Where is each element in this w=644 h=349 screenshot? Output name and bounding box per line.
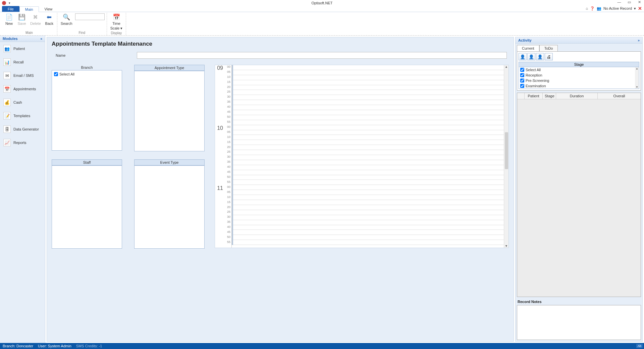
timescale-button[interactable]: Time Scale ▾ xyxy=(109,13,124,31)
status-bar: Branch: Doncaster User: System Admin SMS… xyxy=(0,343,644,349)
close-record-icon[interactable]: ✕ xyxy=(638,6,642,11)
col-stage[interactable]: Stage xyxy=(543,93,556,99)
search-label: Search xyxy=(61,21,72,26)
title-bar: ▾ Optisoft.NET — ▭ ✕ xyxy=(0,0,644,6)
scroll-up-icon[interactable]: ▲ xyxy=(504,65,508,68)
tab-main[interactable]: Main xyxy=(19,6,39,12)
stage-scrollbar[interactable]: ▲ ▼ xyxy=(635,67,639,89)
tab-row: File Main View No Active Record ▾ ✕ xyxy=(0,6,644,12)
home-icon[interactable] xyxy=(586,6,588,10)
module-appointments[interactable]: Appointments xyxy=(0,82,45,96)
checkbox[interactable] xyxy=(54,72,58,76)
activity-toolbar: Stage Select All Reception Pre-Screening… xyxy=(517,51,641,91)
col-overall[interactable]: Overall xyxy=(598,93,641,99)
add-person-button[interactable] xyxy=(519,53,527,60)
search-input[interactable] xyxy=(75,13,105,20)
activity-header: Activity » xyxy=(516,37,642,44)
ribbon-group-display: Time Scale ▾ Display xyxy=(107,13,126,35)
timescale-label-1: Time xyxy=(112,21,120,26)
ribbon: New Save Delete Back Main Search Find Ti… xyxy=(0,12,644,36)
add-person-2-button[interactable] xyxy=(527,53,535,60)
new-button[interactable]: New xyxy=(3,13,15,26)
close-button[interactable]: ✕ xyxy=(636,0,643,4)
module-label: Reports xyxy=(13,141,26,145)
maximize-button[interactable]: ▭ xyxy=(626,0,633,4)
event-type-list[interactable] xyxy=(134,165,205,249)
stage-pre-screening[interactable]: Pre-Screening xyxy=(519,78,639,83)
modules-header-label: Modules xyxy=(3,37,18,41)
record-notes-input[interactable] xyxy=(517,305,641,340)
dropdown-icon[interactable]: ▾ xyxy=(634,6,636,11)
module-reports[interactable]: Reports xyxy=(0,136,45,149)
module-label: Templates xyxy=(13,114,30,118)
stage-select-all[interactable]: Select All xyxy=(519,67,639,72)
modules-sidebar: Modules « Patient Recall Email / SMS App… xyxy=(0,36,45,343)
staff-list[interactable] xyxy=(52,165,122,249)
search-button[interactable]: Search xyxy=(59,13,74,26)
module-templates[interactable]: Templates xyxy=(0,109,45,122)
status-branch: Branch: Doncaster xyxy=(3,344,33,348)
activity-grid-body[interactable] xyxy=(517,99,641,297)
stage-examination[interactable]: Examination xyxy=(519,83,639,89)
stage-reception[interactable]: Reception xyxy=(519,72,639,78)
module-recall[interactable]: Recall xyxy=(0,55,45,69)
tab-file[interactable]: File xyxy=(2,6,19,12)
appt-type-list[interactable] xyxy=(134,71,205,151)
col-expand[interactable] xyxy=(517,93,525,99)
scroll-down-icon[interactable]: ▼ xyxy=(504,244,508,248)
tab-todo[interactable]: ToDo xyxy=(539,45,558,51)
patient-icon xyxy=(3,45,11,52)
group-icon[interactable] xyxy=(597,6,601,11)
stage-box: Stage Select All Reception Pre-Screening… xyxy=(519,62,639,89)
save-button[interactable]: Save xyxy=(16,13,28,26)
back-label: Back xyxy=(45,21,53,26)
delete-button[interactable]: Delete xyxy=(29,13,42,26)
module-cash[interactable]: Cash xyxy=(0,96,45,109)
col-patient[interactable]: Patient xyxy=(525,93,543,99)
vertical-scrollbar[interactable]: ▲ ▼ xyxy=(504,65,508,248)
checkbox[interactable] xyxy=(520,84,524,88)
tab-current[interactable]: Current xyxy=(517,45,539,51)
time-body[interactable] xyxy=(232,65,504,248)
module-label: Cash xyxy=(13,100,22,104)
checkbox[interactable] xyxy=(520,68,524,72)
branch-select-all[interactable]: Select All xyxy=(53,72,120,77)
name-label: Name xyxy=(52,53,132,57)
grid-area: Branch Select All Appointment Type Staff… xyxy=(52,65,509,249)
module-label: Recall xyxy=(13,60,24,64)
module-email-sms[interactable]: Email / SMS xyxy=(0,69,45,82)
stage-label: Pre-Screening xyxy=(526,79,549,83)
stage-header: Stage xyxy=(519,62,639,67)
status-ab[interactable]: Ab xyxy=(636,344,643,348)
new-label: New xyxy=(5,21,13,26)
minimize-button[interactable]: — xyxy=(616,0,623,4)
print-button[interactable] xyxy=(545,53,553,60)
checkbox[interactable] xyxy=(520,79,524,83)
back-icon xyxy=(46,13,53,21)
recall-icon xyxy=(3,58,11,66)
expand-icon[interactable]: » xyxy=(638,39,640,42)
staff-box: Staff xyxy=(52,159,122,249)
delete-icon xyxy=(32,13,39,21)
remove-person-button[interactable] xyxy=(536,53,544,60)
scroll-down-icon[interactable]: ▼ xyxy=(635,86,639,89)
checkbox[interactable] xyxy=(520,73,524,77)
no-active-record-label: No Active Record xyxy=(603,6,632,10)
module-data-generator[interactable]: Data Generator xyxy=(0,122,45,136)
qat-dropdown-icon[interactable]: ▾ xyxy=(9,1,10,5)
collapse-icon[interactable]: « xyxy=(40,37,42,41)
ribbon-group-main: New Save Delete Back Main xyxy=(1,13,57,35)
branch-list[interactable]: Select All xyxy=(52,70,122,151)
module-patient[interactable]: Patient xyxy=(0,42,45,55)
col-duration[interactable]: Duration xyxy=(556,93,598,99)
name-input[interactable] xyxy=(137,52,507,59)
record-notes-label: Record Notes xyxy=(517,298,641,305)
new-icon xyxy=(5,13,13,21)
tab-view[interactable]: View xyxy=(39,6,58,12)
status-right: Ab xyxy=(636,344,643,348)
back-button[interactable]: Back xyxy=(44,13,55,26)
scroll-up-icon[interactable]: ▲ xyxy=(635,67,639,70)
calendar-clock-icon xyxy=(113,13,120,21)
help-icon[interactable] xyxy=(590,6,595,11)
scrollbar-thumb[interactable] xyxy=(505,132,508,169)
